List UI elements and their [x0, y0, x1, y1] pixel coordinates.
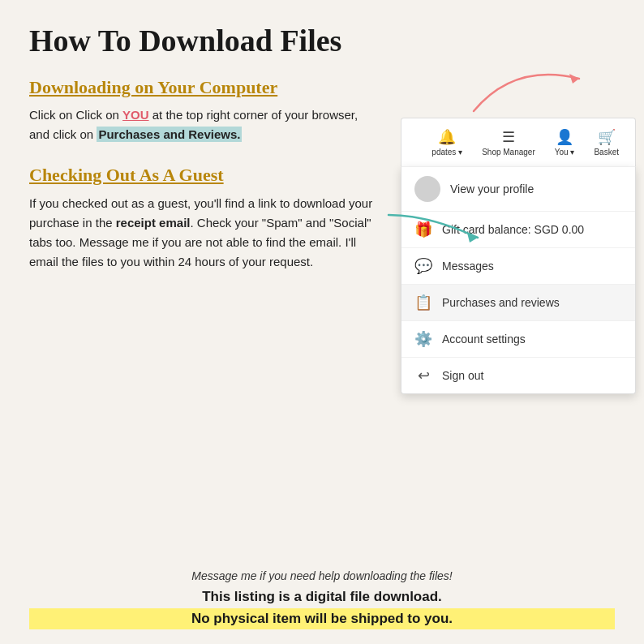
- dropdown-purchases[interactable]: 📋 Purchases and reviews: [401, 285, 635, 321]
- section-computer-body: Click on Click on YOU at the top right c…: [29, 105, 378, 144]
- sign-out-icon: ↩: [414, 367, 432, 384]
- main-title: How To Download Files: [29, 24, 615, 58]
- purchases-label: Purchases and reviews: [442, 296, 560, 309]
- nav-updates-label: pdates ▾: [431, 148, 462, 157]
- pink-arrow: [466, 54, 595, 119]
- svg-marker-0: [569, 74, 579, 84]
- nav-item-updates[interactable]: 🔔 pdates ▾: [423, 125, 470, 160]
- shop-manager-icon: ☰: [502, 128, 515, 146]
- dropdown-menu: View your profile 🎁 Gift card balance: S…: [401, 166, 636, 394]
- messages-label: Messages: [442, 260, 494, 273]
- page: How To Download Files Downloading on You…: [0, 0, 644, 644]
- purchases-highlight: Purchases and Reviews.: [97, 127, 242, 142]
- dropdown-view-profile[interactable]: View your profile: [401, 167, 635, 212]
- basket-icon: 🛒: [598, 128, 616, 146]
- teal-arrow: [380, 207, 494, 251]
- footer-highlight: No physical item will be shipped to you.: [29, 608, 615, 629]
- messages-icon: 💬: [414, 257, 432, 275]
- dropdown-sign-out[interactable]: ↩ Sign out: [401, 358, 635, 393]
- nav-basket-label: Basket: [594, 148, 619, 157]
- nav-item-shop-manager[interactable]: ☰ Shop Manager: [474, 125, 543, 160]
- account-settings-label: Account settings: [442, 333, 526, 346]
- dropdown-account-settings[interactable]: ⚙️ Account settings: [401, 321, 635, 358]
- footer-section: Message me if you need help downloading …: [29, 569, 615, 629]
- nav-item-basket[interactable]: 🛒 Basket: [586, 125, 627, 160]
- view-profile-label: View your profile: [450, 182, 534, 195]
- sign-out-label: Sign out: [442, 369, 483, 382]
- nav-bar: 🔔 pdates ▾ ☰ Shop Manager 👤 You ▾ 🛒 Bask…: [401, 118, 636, 166]
- purchases-icon: 📋: [414, 294, 432, 311]
- bell-icon: 🔔: [438, 128, 456, 146]
- nav-item-you[interactable]: 👤 You ▾: [547, 125, 583, 160]
- nav-shop-manager-label: Shop Manager: [482, 148, 535, 157]
- ui-overlay: 🔔 pdates ▾ ☰ Shop Manager 👤 You ▾ 🛒 Bask…: [401, 118, 636, 394]
- nav-you-label: You ▾: [555, 148, 575, 157]
- dropdown-messages[interactable]: 💬 Messages: [401, 248, 635, 285]
- you-highlight: YOU: [122, 108, 149, 122]
- footer-bold: This listing is a digital file download.: [29, 589, 615, 605]
- footer-italic: Message me if you need help downloading …: [29, 569, 615, 582]
- avatar: [414, 176, 440, 202]
- settings-icon: ⚙️: [414, 330, 432, 348]
- user-icon: 👤: [556, 128, 573, 146]
- section-guest-body: If you checked out as a guest, you'll fi…: [29, 194, 378, 272]
